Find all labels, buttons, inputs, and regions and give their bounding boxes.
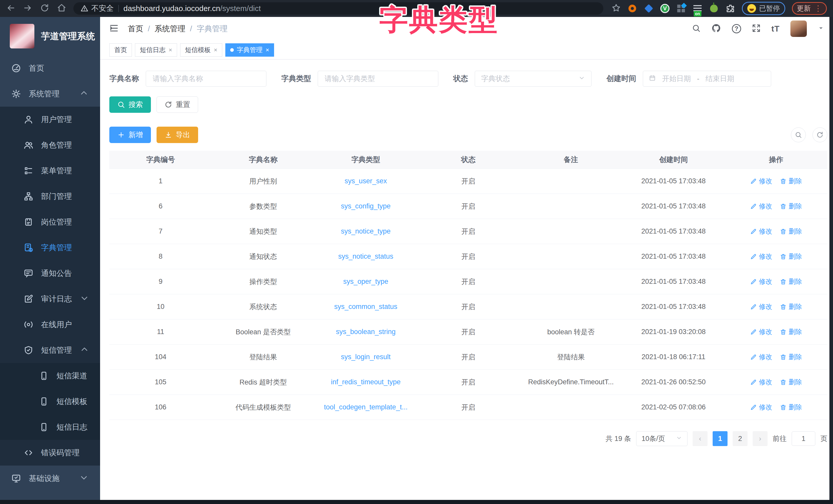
edit-button[interactable]: 修改 (750, 177, 772, 185)
page-2-button[interactable]: 2 (733, 431, 747, 446)
extension-orange-ring-icon[interactable] (627, 4, 637, 13)
delete-button[interactable]: 删除 (780, 177, 802, 185)
dictionary-icon (24, 243, 33, 253)
help-icon[interactable]: ? (732, 24, 741, 33)
sidebar-item-home[interactable]: 首页 (0, 55, 100, 81)
address-bar[interactable]: 不安全 dashboard.yudao.iocoder.cn/system/di… (73, 2, 603, 15)
edit-button[interactable]: 修改 (750, 227, 772, 236)
edit-button[interactable]: 修改 (750, 327, 772, 336)
dict-type-link[interactable]: inf_redis_timeout_type (331, 378, 401, 386)
dict-type-link[interactable]: sys_oper_type (343, 278, 388, 285)
dict-type-input[interactable] (318, 71, 438, 87)
delete-button[interactable]: 删除 (780, 227, 802, 236)
close-icon[interactable]: × (214, 46, 217, 54)
export-button[interactable]: 导出 (157, 127, 198, 143)
extension-blue-gem-icon[interactable] (644, 4, 653, 13)
dict-type-link[interactable]: tool_codegen_template_t... (324, 403, 407, 411)
edit-button[interactable]: 修改 (750, 277, 772, 286)
browser-menu-icon[interactable]: ⋮ (814, 6, 822, 11)
sidebar-item-sms[interactable]: 短信管理 (0, 337, 100, 363)
delete-button[interactable]: 删除 (780, 302, 802, 311)
extension-list-icon[interactable]: on (693, 4, 703, 13)
status-select[interactable]: 字典状态 (475, 71, 592, 87)
delete-button[interactable]: 删除 (780, 327, 802, 336)
dict-type-link[interactable]: sys_config_type (341, 202, 390, 210)
browser-update-button[interactable]: 更新 ⋮ (792, 2, 827, 15)
next-page-button[interactable]: › (753, 431, 767, 446)
reset-button[interactable]: 重置 (157, 96, 198, 113)
tab-sms-log[interactable]: 短信日志 × (135, 43, 177, 57)
paused-extension-badge[interactable]: 已暂停 (742, 2, 785, 15)
sidebar-item-sms-log[interactable]: 短信日志 (0, 414, 100, 440)
sidebar-toggle-icon[interactable] (109, 23, 119, 34)
delete-button[interactable]: 删除 (780, 352, 802, 361)
dict-type-link[interactable]: sys_notice_type (341, 227, 390, 235)
sidebar-item-audit-log[interactable]: 审计日志 (0, 286, 100, 312)
cell-created: 2021-01-05 17:03:48 (622, 253, 725, 260)
sidebar-item-menus[interactable]: 菜单管理 (0, 158, 100, 183)
dict-type-link[interactable]: sys_login_result (341, 353, 390, 361)
dict-type-link[interactable]: sys_notice_status (338, 253, 394, 260)
breadcrumb-home[interactable]: 首页 (128, 24, 143, 34)
dict-name-input[interactable] (146, 71, 266, 87)
browser-forward-icon[interactable] (23, 3, 32, 14)
dict-type-link[interactable]: sys_boolean_string (336, 328, 396, 335)
delete-button[interactable]: 删除 (780, 252, 802, 261)
sidebar-item-positions[interactable]: 岗位管理 (0, 209, 100, 235)
browser-home-icon[interactable] (57, 3, 66, 14)
extension-vue-devtools-icon[interactable]: V (660, 4, 669, 13)
sidebar-item-sms-channel[interactable]: 短信渠道 (0, 363, 100, 388)
close-icon[interactable]: × (169, 46, 172, 54)
extension-sprout-icon[interactable] (709, 4, 719, 13)
add-button[interactable]: 新增 (109, 127, 151, 143)
sidebar-item-system[interactable]: 系统管理 (0, 81, 100, 107)
sidebar-item-users[interactable]: 用户管理 (0, 107, 100, 132)
scrollbar-track[interactable] (829, 17, 833, 504)
sidebar-item-online-users[interactable]: 在线用户 (0, 312, 100, 337)
breadcrumb-system[interactable]: 系统管理 (154, 24, 185, 34)
page-1-button[interactable]: 1 (713, 431, 728, 446)
refresh-table-button[interactable] (812, 127, 827, 142)
extensions-puzzle-icon[interactable] (725, 4, 735, 13)
sidebar-item-dict[interactable]: 字典管理 (0, 235, 100, 260)
edit-button[interactable]: 修改 (750, 252, 772, 261)
security-indicator[interactable]: 不安全 (80, 3, 114, 14)
sidebar-item-sms-template[interactable]: 短信模板 (0, 388, 100, 414)
search-button[interactable]: 搜索 (109, 96, 151, 113)
delete-button[interactable]: 删除 (780, 403, 802, 412)
show-search-button[interactable] (791, 127, 806, 142)
tab-sms-template[interactable]: 短信模板 × (180, 43, 222, 57)
goto-page-input[interactable] (792, 431, 815, 446)
page-size-select[interactable]: 10条/页 (636, 431, 688, 446)
fullscreen-icon[interactable] (752, 24, 761, 33)
delete-button[interactable]: 删除 (780, 202, 802, 211)
sidebar-item-infrastructure[interactable]: 基础设施 (0, 465, 100, 491)
sidebar-item-notice[interactable]: 通知公告 (0, 260, 100, 286)
dict-type-link[interactable]: sys_common_status (334, 303, 397, 310)
sidebar-item-error-code[interactable]: 错误码管理 (0, 440, 100, 465)
bookmark-star-icon[interactable] (612, 3, 621, 14)
avatar-caret-down-icon[interactable] (817, 25, 824, 32)
create-time-range-picker[interactable]: 开始日期 - 结束日期 (643, 71, 771, 87)
sidebar-item-roles[interactable]: 角色管理 (0, 132, 100, 158)
close-icon[interactable]: × (266, 46, 269, 54)
edit-button[interactable]: 修改 (750, 378, 772, 386)
extension-grid-icon[interactable] (676, 4, 686, 13)
edit-button[interactable]: 修改 (750, 302, 772, 311)
github-icon[interactable] (711, 23, 721, 34)
header-search-icon[interactable] (692, 24, 700, 33)
prev-page-button[interactable]: ‹ (693, 431, 708, 446)
font-size-icon[interactable]: tT (771, 24, 780, 33)
browser-reload-icon[interactable] (40, 3, 49, 14)
delete-button[interactable]: 删除 (780, 277, 802, 286)
user-avatar[interactable] (790, 21, 807, 37)
sidebar-item-departments[interactable]: 部门管理 (0, 183, 100, 209)
edit-button[interactable]: 修改 (750, 352, 772, 361)
tab-dict-active[interactable]: 字典管理 × (225, 43, 274, 57)
edit-button[interactable]: 修改 (750, 403, 772, 412)
dict-type-link[interactable]: sys_user_sex (344, 177, 387, 185)
tab-home[interactable]: 首页 (109, 43, 132, 57)
browser-back-icon[interactable] (6, 3, 16, 14)
delete-button[interactable]: 删除 (780, 378, 802, 386)
edit-button[interactable]: 修改 (750, 202, 772, 211)
